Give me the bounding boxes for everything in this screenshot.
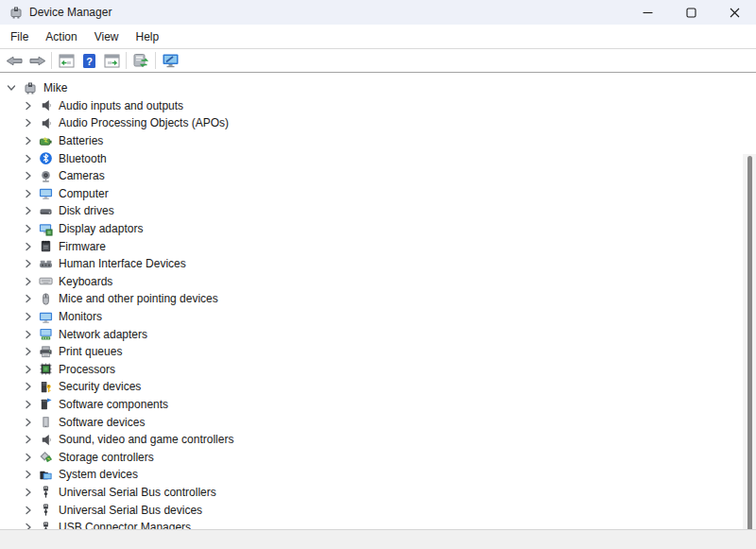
- vertical-scrollbar-thumb[interactable]: [747, 156, 752, 529]
- tree-row[interactable]: Sound, video and game controllers: [0, 431, 756, 449]
- chevron-right-icon[interactable]: [21, 450, 36, 465]
- chevron-right-icon[interactable]: [21, 379, 36, 394]
- back-button[interactable]: [3, 50, 26, 71]
- chevron-right-icon[interactable]: [21, 309, 36, 324]
- chevron-right-icon[interactable]: [21, 467, 36, 482]
- device-manager-window: Device Manager FileActionViewHelp ? Mike…: [0, 0, 756, 549]
- chevron-right-icon[interactable]: [21, 274, 36, 289]
- tree-row[interactable]: Computer: [0, 185, 756, 203]
- tree-row[interactable]: Print queues: [0, 343, 756, 361]
- toolbar-separator: [51, 52, 52, 69]
- tree-row[interactable]: Keyboards: [0, 273, 756, 291]
- chevron-right-icon[interactable]: [21, 362, 36, 377]
- chevron-right-icon[interactable]: [21, 115, 36, 130]
- toolbar-separator: [155, 52, 156, 69]
- tree-item-label: Bluetooth: [59, 152, 107, 165]
- chevron-right-icon[interactable]: [21, 503, 36, 518]
- device-tree: MikeAudio inputs and outputsAudio Proces…: [0, 73, 756, 529]
- tree-item-label: Firmware: [59, 240, 106, 253]
- chevron-right-icon[interactable]: [21, 291, 36, 306]
- devices-view-button[interactable]: [159, 50, 181, 71]
- chevron-right-icon[interactable]: [21, 327, 36, 342]
- chevron-right-icon[interactable]: [21, 432, 36, 447]
- chevron-right-icon[interactable]: [21, 415, 36, 430]
- chevron-right-icon[interactable]: [21, 256, 36, 271]
- camera-icon: [38, 168, 53, 183]
- tree-row[interactable]: Cameras: [0, 167, 756, 185]
- tree-row[interactable]: System devices: [0, 466, 756, 484]
- chevron-right-icon[interactable]: [21, 221, 36, 236]
- chevron-right-icon[interactable]: [21, 344, 36, 359]
- tree-item-label: Human Interface Devices: [59, 257, 186, 270]
- close-button[interactable]: [713, 0, 756, 25]
- chevron-right-icon[interactable]: [21, 203, 36, 218]
- tree-item-label: Disk drives: [59, 204, 114, 217]
- tree-item-label: Audio inputs and outputs: [59, 99, 183, 112]
- tree-row[interactable]: Bluetooth: [0, 149, 756, 167]
- tree-row[interactable]: USB Connector Managers: [0, 519, 756, 529]
- computer-root-icon: [23, 80, 38, 95]
- chevron-right-icon[interactable]: [21, 151, 36, 166]
- usb-plug-icon: [38, 520, 53, 529]
- chevron-right-icon[interactable]: [21, 133, 36, 148]
- svg-text:?: ?: [86, 55, 93, 66]
- tree-row[interactable]: Human Interface Devices: [0, 255, 756, 273]
- chevron-down-icon[interactable]: [4, 80, 19, 95]
- toolbar: ?: [0, 49, 756, 73]
- display-adapter-icon: [38, 221, 53, 236]
- tree-row[interactable]: Batteries: [0, 132, 756, 150]
- chevron-right-icon[interactable]: [21, 239, 36, 254]
- scan-hardware-changes-button[interactable]: [129, 50, 152, 71]
- maximize-icon: [686, 8, 696, 18]
- tree-item-label: Computer: [59, 187, 109, 200]
- menu-view[interactable]: View: [86, 26, 128, 47]
- forward-button[interactable]: [26, 50, 48, 71]
- tree-row[interactable]: Universal Serial Bus controllers: [0, 484, 756, 502]
- tree-row[interactable]: Mike: [0, 79, 756, 97]
- tree-item-label: USB Connector Managers: [59, 521, 191, 529]
- maximize-button[interactable]: [669, 0, 713, 25]
- tree-row[interactable]: Storage controllers: [0, 448, 756, 466]
- bluetooth-icon: [38, 151, 53, 166]
- window-controls: [626, 0, 756, 25]
- tree-item-label: Batteries: [59, 134, 103, 147]
- chevron-right-icon[interactable]: [21, 397, 36, 412]
- titlebar: Device Manager: [0, 0, 756, 25]
- tree-row[interactable]: Firmware: [0, 237, 756, 255]
- tree-row[interactable]: Audio Processing Objects (APOs): [0, 114, 756, 132]
- tree-row[interactable]: Display adaptors: [0, 220, 756, 238]
- menu-file[interactable]: File: [2, 26, 37, 47]
- system-device-icon: [38, 467, 53, 482]
- close-icon: [730, 8, 740, 18]
- vertical-scrollbar-track[interactable]: [743, 154, 756, 529]
- tree-item-label: System devices: [59, 468, 138, 481]
- tree-row[interactable]: Software components: [0, 396, 756, 414]
- tree-item-label: Storage controllers: [59, 451, 154, 464]
- chevron-right-icon[interactable]: [21, 485, 36, 500]
- chevron-right-icon[interactable]: [21, 186, 36, 201]
- tree-row[interactable]: Security devices: [0, 378, 756, 396]
- tree-row[interactable]: Network adapters: [0, 325, 756, 343]
- show-action-pane-button[interactable]: [100, 50, 123, 71]
- tree-row[interactable]: Audio inputs and outputs: [0, 97, 756, 115]
- tree-row[interactable]: Mice and other pointing devices: [0, 290, 756, 308]
- chevron-right-icon[interactable]: [21, 98, 36, 113]
- chevron-right-icon[interactable]: [21, 520, 36, 529]
- tree-row[interactable]: Universal Serial Bus devices: [0, 501, 756, 519]
- mouse-icon: [38, 291, 53, 306]
- help-button[interactable]: ?: [77, 50, 100, 71]
- help-icon: ?: [83, 54, 95, 68]
- minimize-button[interactable]: [626, 0, 669, 25]
- chevron-right-icon[interactable]: [21, 168, 36, 183]
- tree-row[interactable]: Processors: [0, 361, 756, 379]
- show-console-tree-button[interactable]: [55, 50, 77, 71]
- tree-row[interactable]: Software devices: [0, 413, 756, 431]
- menu-help[interactable]: Help: [128, 26, 168, 47]
- menu-action[interactable]: Action: [37, 26, 85, 47]
- tree-item-label: Keyboards: [59, 275, 112, 288]
- tree-row[interactable]: Disk drives: [0, 202, 756, 220]
- tree-item-label: Mike: [43, 81, 67, 94]
- keyboard-icon: [38, 274, 53, 289]
- device-manager-icon: [9, 5, 24, 20]
- tree-row[interactable]: Monitors: [0, 308, 756, 326]
